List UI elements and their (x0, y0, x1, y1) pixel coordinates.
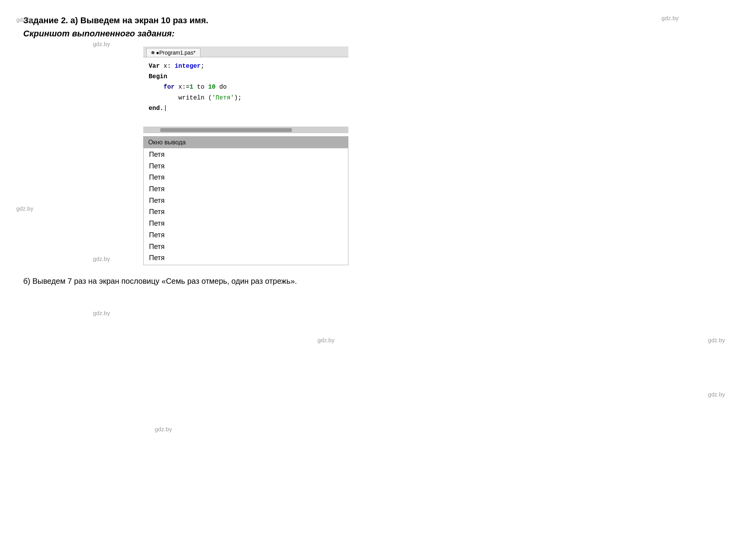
output-line-3: Петя (149, 172, 343, 183)
watermark-9: gdz.by (317, 337, 334, 343)
watermark-7: gdz.by (93, 255, 110, 262)
code-line-2: Begin (149, 72, 343, 82)
output-header: Окно вывода (144, 137, 348, 148)
scrollbar-thumb[interactable] (160, 128, 292, 132)
scrollbar-area[interactable] (143, 127, 348, 133)
output-window: Окно вывода Петя Петя Петя Петя Петя Пет… (143, 136, 348, 265)
task-heading: Задание 2. а) Выведем на экран 10 раз им… (23, 15, 208, 25)
output-line-6: Петя (149, 206, 343, 218)
output-line-5: Петя (149, 195, 343, 207)
output-line-8: Петя (149, 230, 343, 241)
tab-dot (151, 51, 154, 54)
watermark-1: gdz.by (662, 15, 679, 21)
output-line-9: Петя (149, 241, 343, 253)
bottom-text: б) Выведем 7 раз на экран пословицу «Сем… (23, 277, 733, 286)
watermark-3: gdz.by (16, 16, 33, 23)
code-line-5: end.| (149, 103, 343, 114)
output-body: Петя Петя Петя Петя Петя Петя Петя Петя … (144, 148, 348, 265)
watermark-8: gdz.by (93, 310, 110, 316)
ide-code-area: Var x: integer; Begin for x:=1 to 10 do … (143, 57, 348, 127)
watermark-10: gdz.by (708, 337, 725, 343)
output-line-1: Петя (149, 149, 343, 161)
ide-tab[interactable]: ●Program1.pas* (146, 48, 201, 57)
ide-tab-bar: ●Program1.pas* (143, 46, 348, 57)
output-line-2: Петя (149, 161, 343, 172)
subheading: Скриншот выполненного задания: (23, 29, 733, 39)
code-line-1: Var x: integer; (149, 61, 343, 72)
code-line-3: for x:=1 to 10 do (149, 82, 343, 93)
output-line-10: Петя (149, 252, 343, 264)
heading-suffix: а) Выведем на экран 10 раз имя. (68, 15, 208, 25)
watermark-2: gdz.by (93, 41, 110, 47)
watermark-6: gdz.by (16, 205, 33, 212)
output-line-4: Петя (149, 183, 343, 195)
watermark-12: gdz.by (155, 426, 172, 432)
watermark-11: gdz.by (708, 391, 725, 398)
code-line-4: writeln ('Петя'); (149, 93, 343, 103)
output-line-7: Петя (149, 218, 343, 230)
tab-label: ●Program1.pas* (156, 50, 195, 56)
